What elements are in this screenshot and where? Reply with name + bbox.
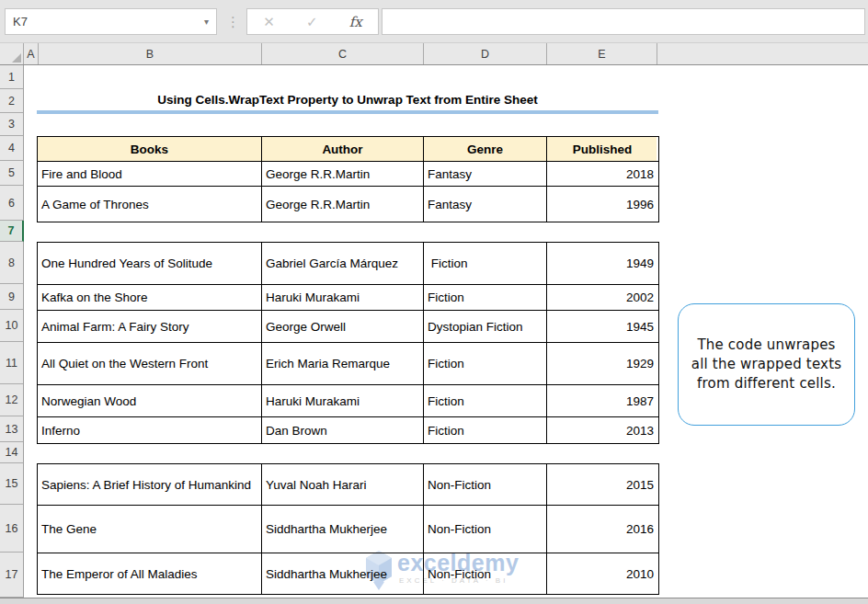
cell[interactable]: Animal Farm: A Fairy Story bbox=[38, 311, 262, 342]
row-header-8[interactable]: 8 bbox=[0, 242, 23, 284]
column-header-C[interactable]: C bbox=[262, 43, 424, 64]
cell[interactable]: 2016 bbox=[547, 506, 657, 553]
cell[interactable]: Haruki Murakami bbox=[262, 285, 424, 310]
cell[interactable]: Norwegian Wood bbox=[38, 385, 262, 416]
cancel-icon[interactable]: ✕ bbox=[263, 14, 275, 30]
sheet-title: Using Cells.WrapText Property to Unwrap … bbox=[37, 93, 658, 107]
row-header-11[interactable]: 11 bbox=[0, 342, 23, 384]
chevron-down-icon[interactable]: ▾ bbox=[204, 17, 209, 27]
cell[interactable]: 1945 bbox=[547, 311, 657, 342]
row-header-12[interactable]: 12 bbox=[0, 384, 23, 416]
cell[interactable]: 1929 bbox=[547, 343, 657, 384]
table-row: Animal Farm: A Fairy StoryGeorge OrwellD… bbox=[38, 311, 658, 343]
cell[interactable]: Siddhartha Mukherjee bbox=[262, 506, 424, 553]
header-cell[interactable]: Genre bbox=[424, 137, 547, 161]
toolbar-grip-icon[interactable]: ⋮ bbox=[226, 8, 240, 35]
row-header-16[interactable]: 16 bbox=[0, 505, 23, 553]
name-box-value: K7 bbox=[13, 15, 28, 28]
row-header-10[interactable]: 10 bbox=[0, 310, 23, 342]
cell[interactable]: 2002 bbox=[547, 285, 657, 310]
row-header-13[interactable]: 13 bbox=[0, 416, 23, 442]
cell[interactable]: Non-Fiction bbox=[424, 464, 547, 505]
cell[interactable]: Siddhartha Mukherjee bbox=[262, 553, 424, 594]
row-header-7[interactable]: 7 bbox=[0, 221, 24, 242]
cell[interactable]: Fantasy bbox=[424, 162, 547, 186]
cell[interactable]: One Hundred Years of Solitude bbox=[38, 243, 262, 284]
table-row: InfernoDan BrownFiction2013 bbox=[38, 417, 658, 443]
header-cell[interactable]: Author bbox=[262, 137, 424, 161]
cell[interactable]: Inferno bbox=[38, 417, 262, 443]
formula-buttons: ✕ ✓ fx bbox=[246, 8, 379, 35]
enter-icon[interactable]: ✓ bbox=[306, 14, 318, 30]
table-row: One Hundred Years of SolitudeGabriel Gar… bbox=[38, 243, 658, 285]
cell[interactable]: Dan Brown bbox=[262, 417, 424, 443]
cell[interactable]: Fantasy bbox=[424, 187, 547, 222]
cell[interactable]: Fiction bbox=[424, 243, 547, 284]
cell[interactable]: The Emperor of All Maladies bbox=[38, 553, 262, 594]
cell[interactable]: Dystopian Fiction bbox=[424, 311, 547, 342]
cell[interactable]: Fiction bbox=[424, 285, 547, 310]
row-header-17[interactable]: 17 bbox=[0, 553, 23, 598]
cell[interactable]: George R.R.Martin bbox=[262, 162, 424, 186]
cell[interactable]: 1996 bbox=[547, 187, 657, 222]
name-box[interactable]: K7 ▾ bbox=[5, 8, 217, 35]
column-header-E[interactable]: E bbox=[547, 43, 657, 64]
table-row: A Game of ThronesGeorge R.R.MartinFantas… bbox=[38, 187, 658, 222]
cell[interactable]: 2013 bbox=[547, 417, 657, 443]
cell[interactable]: Fiction bbox=[424, 385, 547, 416]
cell[interactable]: 2010 bbox=[547, 553, 657, 594]
row-headers: 1234567891011121314151617 bbox=[0, 65, 24, 598]
cell[interactable]: 2015 bbox=[547, 464, 657, 505]
cell[interactable]: George Orwell bbox=[262, 311, 424, 342]
row-header-15[interactable]: 15 bbox=[0, 463, 23, 505]
header-cell[interactable]: Books bbox=[38, 137, 262, 161]
row-header-5[interactable]: 5 bbox=[0, 161, 23, 186]
select-all-triangle-icon bbox=[12, 53, 21, 63]
cell[interactable]: Erich Maria Remarque bbox=[262, 343, 424, 384]
table-row: The Emperor of All MaladiesSiddhartha Mu… bbox=[38, 553, 658, 594]
select-all-corner[interactable] bbox=[0, 43, 24, 64]
title-underline bbox=[37, 110, 658, 114]
row-header-9[interactable]: 9 bbox=[0, 284, 23, 310]
table-row: Fire and BloodGeorge R.R.MartinFantasy20… bbox=[38, 162, 658, 187]
table-row: Kafka on the ShoreHaruki MurakamiFiction… bbox=[38, 285, 658, 311]
cell[interactable]: Haruki Murakami bbox=[262, 385, 424, 416]
header-cell[interactable]: Published bbox=[547, 137, 657, 161]
formula-bar-input[interactable] bbox=[382, 8, 865, 35]
cell[interactable]: Kafka on the Shore bbox=[38, 285, 262, 310]
cell[interactable]: Fiction bbox=[424, 343, 547, 384]
cell[interactable]: Fiction bbox=[424, 417, 547, 443]
cell[interactable]: Non-Fiction bbox=[424, 553, 547, 594]
bottom-edge bbox=[0, 598, 868, 604]
row-header-3[interactable]: 3 bbox=[0, 113, 23, 136]
row-header-6[interactable]: 6 bbox=[0, 186, 23, 221]
column-header-B[interactable]: B bbox=[39, 43, 262, 64]
column-headers: ABCDE bbox=[0, 43, 868, 65]
column-header-A[interactable]: A bbox=[24, 43, 39, 64]
cell[interactable]: Gabriel García Márquez bbox=[262, 243, 424, 284]
cell[interactable]: The Gene bbox=[38, 506, 262, 553]
table-header-row: BooksAuthorGenrePublished bbox=[38, 137, 658, 162]
cell[interactable]: George R.R.Martin bbox=[262, 187, 424, 222]
cell[interactable]: Non-Fiction bbox=[424, 506, 547, 553]
formula-toolbar: K7 ▾ ⋮ ✕ ✓ fx bbox=[0, 0, 868, 43]
cell[interactable]: Fire and Blood bbox=[38, 162, 262, 186]
excel-window: K7 ▾ ⋮ ✕ ✓ fx ABCDE 12345678910111213141… bbox=[0, 0, 868, 604]
cell[interactable]: Yuval Noah Harari bbox=[262, 464, 424, 505]
cell[interactable]: Sapiens: A Brief History of Humankind bbox=[38, 464, 262, 505]
table-row: Norwegian WoodHaruki MurakamiFiction1987 bbox=[38, 385, 658, 417]
cell[interactable]: 2018 bbox=[547, 162, 657, 186]
row-header-4[interactable]: 4 bbox=[0, 136, 23, 161]
row-header-14[interactable]: 14 bbox=[0, 442, 23, 463]
column-header-D[interactable]: D bbox=[424, 43, 547, 64]
row-header-2[interactable]: 2 bbox=[0, 89, 23, 113]
books-table-1: BooksAuthorGenrePublishedFire and BloodG… bbox=[37, 136, 659, 222]
callout-shape[interactable]: The code unwrapes all the wrapped texts … bbox=[678, 303, 855, 426]
cell[interactable]: All Quiet on the Western Front bbox=[38, 343, 262, 384]
insert-function-icon[interactable]: fx bbox=[349, 14, 362, 30]
row-header-1[interactable]: 1 bbox=[0, 65, 23, 89]
column-header-blank[interactable] bbox=[657, 43, 868, 64]
cell[interactable]: 1949 bbox=[547, 243, 657, 284]
cell[interactable]: 1987 bbox=[547, 385, 657, 416]
cell[interactable]: A Game of Thrones bbox=[38, 187, 262, 222]
